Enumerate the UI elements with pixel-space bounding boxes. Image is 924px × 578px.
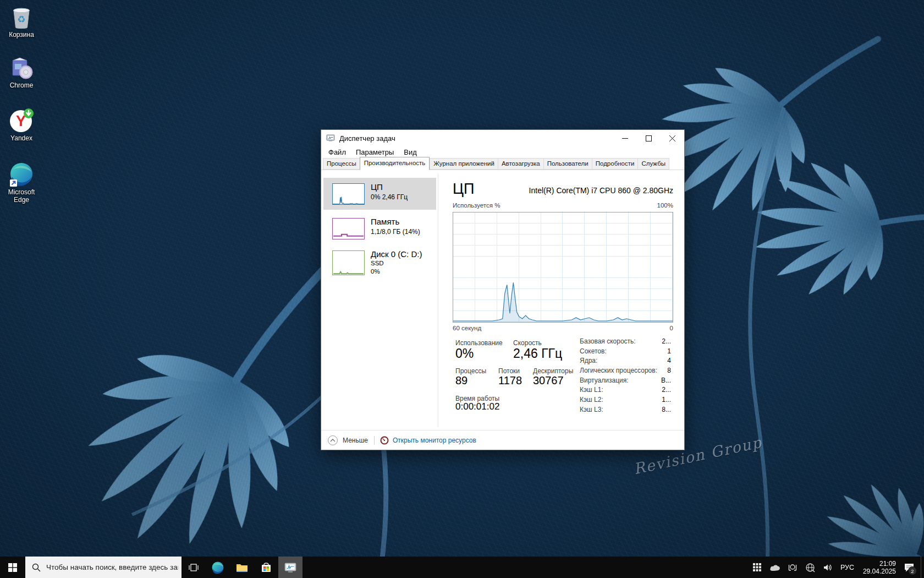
tray-grid-button[interactable] bbox=[751, 560, 764, 575]
processes-value: 89 bbox=[455, 374, 468, 387]
tab-app-history[interactable]: Журнал приложений bbox=[430, 158, 498, 170]
detail-value: 4 bbox=[667, 357, 671, 367]
detail-label: Кэш L1: bbox=[580, 386, 603, 396]
menu-bar: Файл Параметры Вид bbox=[321, 146, 684, 157]
search-icon bbox=[32, 563, 41, 572]
sidebar-memory-title: Память bbox=[371, 217, 399, 226]
graph-x-left-label: 60 секунд bbox=[453, 325, 481, 331]
menu-item-options[interactable]: Параметры bbox=[351, 146, 399, 157]
pane-divider bbox=[438, 173, 438, 427]
minimize-button[interactable] bbox=[613, 130, 637, 146]
detail-value: В... bbox=[661, 377, 671, 386]
less-details-label[interactable]: Меньше bbox=[343, 437, 368, 444]
sidebar-cpu-title: ЦП bbox=[371, 182, 383, 192]
onedrive-tray-button[interactable] bbox=[768, 560, 782, 575]
tab-processes[interactable]: Процессы bbox=[323, 158, 360, 170]
windows-logo-icon bbox=[8, 563, 17, 572]
detail-value: 2... bbox=[662, 386, 671, 396]
sidebar-item-cpu[interactable]: ЦП 0% 2,46 ГГц bbox=[323, 178, 436, 210]
menu-item-file[interactable]: Файл bbox=[323, 146, 351, 157]
search-input[interactable] bbox=[45, 563, 179, 572]
task-view-icon bbox=[188, 562, 199, 573]
desktop-icon-recycle-bin[interactable]: ♻ Корзина bbox=[1, 4, 42, 39]
threads-value: 1178 bbox=[498, 374, 522, 387]
close-button[interactable] bbox=[661, 130, 684, 146]
footer-divider bbox=[374, 436, 375, 445]
recycle-bin-icon: ♻ bbox=[9, 4, 34, 30]
detail-row-l1-cache: Кэш L1:2... bbox=[580, 386, 671, 396]
chrome-installer-icon bbox=[9, 55, 34, 80]
detail-value: 8 bbox=[667, 367, 671, 377]
open-resource-monitor-link[interactable]: Открыть монитор ресурсов bbox=[393, 437, 476, 444]
task-manager-window: Диспетчер задач Файл Параметры Вид Проце… bbox=[321, 129, 685, 450]
microsoft-edge-icon bbox=[9, 162, 34, 187]
detail-row-virtualization: Виртуализация:В... bbox=[580, 377, 671, 386]
task-manager-taskbar-button[interactable] bbox=[278, 557, 302, 578]
sidebar-disk-title: Диск 0 (C: D:) bbox=[371, 249, 422, 259]
speaker-icon bbox=[823, 563, 833, 572]
tab-services[interactable]: Службы bbox=[637, 158, 669, 170]
action-center-button[interactable]: 2 bbox=[901, 557, 917, 578]
resource-monitor-icon bbox=[380, 436, 389, 445]
sidebar-item-disk0[interactable]: Диск 0 (C: D:) SSD 0% bbox=[323, 247, 436, 282]
tab-details[interactable]: Подробности bbox=[592, 158, 638, 170]
system-tray: РУС 21:09 29.04.2025 2 bbox=[749, 557, 924, 578]
detail-value: 2... bbox=[662, 337, 671, 347]
globe-no-internet-icon bbox=[805, 563, 815, 572]
detail-row-l3-cache: Кэш L3:8... bbox=[580, 406, 671, 416]
memory-mini-graph bbox=[332, 218, 365, 239]
desktop-icon-microsoft-edge[interactable]: Microsoft Edge bbox=[1, 162, 42, 204]
taskbar-search[interactable] bbox=[25, 557, 182, 578]
performance-pane: ЦП 0% 2,46 ГГц Память 1,1/8,0 ГБ (14%) bbox=[321, 170, 684, 430]
detail-row-base-speed: Базовая скорость:2... bbox=[580, 337, 671, 347]
title-bar[interactable]: Диспетчер задач bbox=[321, 130, 684, 146]
device-bracket-icon bbox=[788, 563, 798, 572]
language-indicator[interactable]: РУС bbox=[840, 564, 854, 571]
sidebar-memory-subtitle: 1,1/8,0 ГБ (14%) bbox=[371, 228, 420, 236]
window-footer: Меньше Открыть монитор ресурсов bbox=[321, 430, 684, 450]
task-view-button[interactable] bbox=[182, 557, 206, 578]
sidebar-item-memory[interactable]: Память 1,1/8,0 ГБ (14%) bbox=[323, 212, 436, 244]
usage-value: 0% bbox=[455, 346, 474, 361]
menu-item-view[interactable]: Вид bbox=[399, 146, 422, 157]
cpu-mini-graph bbox=[332, 183, 365, 205]
chevron-up-icon bbox=[330, 439, 336, 442]
desktop: ♻ Корзина Chrome Y bbox=[0, 0, 924, 578]
detail-label: Виртуализация: bbox=[580, 377, 629, 386]
edge-taskbar-button[interactable] bbox=[206, 557, 230, 578]
svg-text:♻: ♻ bbox=[17, 14, 25, 25]
tab-performance[interactable]: Производительность bbox=[360, 157, 430, 170]
microsoft-store-icon bbox=[260, 561, 272, 574]
taskbar-clock[interactable]: 21:09 29.04.2025 bbox=[863, 560, 896, 575]
cpu-details-list: Базовая скорость:2... Сокетов:1 Ядра:4 Л… bbox=[580, 337, 671, 416]
handles-value: 30767 bbox=[533, 374, 564, 387]
volume-tray-button[interactable] bbox=[821, 560, 834, 575]
threads-label: Потоки bbox=[498, 367, 520, 375]
file-explorer-icon bbox=[235, 561, 249, 574]
tray-device-button[interactable] bbox=[786, 560, 799, 575]
start-button[interactable] bbox=[0, 557, 25, 578]
task-manager-app-icon bbox=[326, 134, 335, 143]
graph-y-label: Используется % bbox=[453, 202, 500, 209]
network-tray-button[interactable] bbox=[804, 560, 817, 575]
cpu-panel: ЦП Intel(R) Core(TM) i7 CPU 860 @ 2.80GH… bbox=[453, 170, 673, 430]
speed-value: 2,46 ГГц bbox=[513, 346, 562, 361]
desktop-icon-yandex[interactable]: Y Yandex bbox=[1, 108, 42, 142]
tab-users[interactable]: Пользователи bbox=[543, 158, 592, 170]
desktop-icon-label: Chrome bbox=[1, 81, 42, 89]
microsoft-store-button[interactable] bbox=[254, 557, 278, 578]
cpu-usage-graph bbox=[453, 212, 673, 323]
handles-label: Дескрипторы bbox=[533, 367, 573, 375]
desktop-icon-label: Корзина bbox=[1, 31, 42, 39]
detail-label: Кэш L3: bbox=[580, 406, 603, 416]
desktop-icon-chrome-installer[interactable]: Chrome bbox=[1, 55, 42, 89]
window-title: Диспетчер задач bbox=[339, 134, 395, 143]
maximize-icon bbox=[646, 135, 652, 141]
less-details-button[interactable] bbox=[328, 435, 338, 445]
maximize-button[interactable] bbox=[637, 130, 661, 146]
file-explorer-button[interactable] bbox=[230, 557, 254, 578]
tab-startup[interactable]: Автозагрузка bbox=[498, 158, 543, 170]
minimize-icon bbox=[622, 135, 628, 141]
show-desktop-strip[interactable] bbox=[921, 557, 924, 578]
detail-label: Ядра: bbox=[580, 357, 597, 367]
